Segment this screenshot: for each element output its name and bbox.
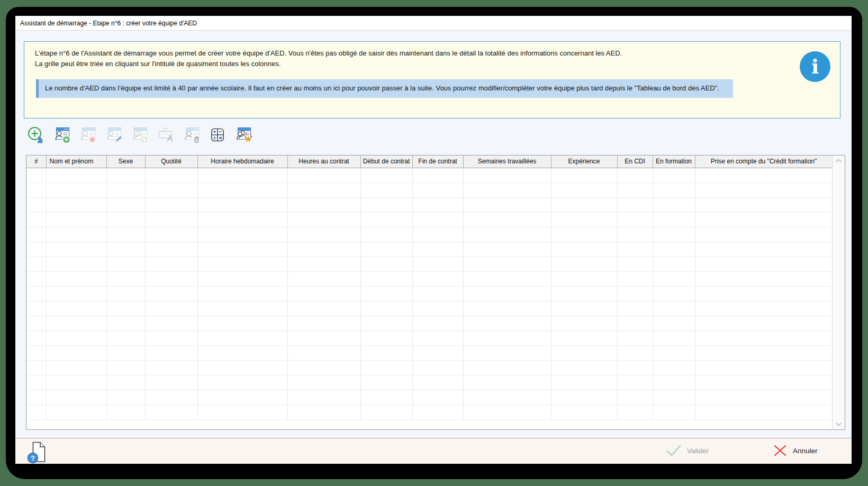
table-cell bbox=[617, 331, 653, 345]
bottom-bar: ? Valider Annuler bbox=[15, 438, 852, 464]
table-cell bbox=[197, 271, 287, 286]
table-cell bbox=[46, 197, 106, 212]
table-cell bbox=[551, 227, 617, 242]
table-cell bbox=[653, 390, 695, 405]
table-row bbox=[26, 256, 832, 271]
edit-aed-button bbox=[104, 125, 123, 144]
persons-card-plus-icon bbox=[130, 125, 149, 144]
table-cell bbox=[145, 316, 197, 331]
table-cell bbox=[360, 405, 412, 419]
table-row bbox=[26, 316, 832, 331]
table-cell bbox=[695, 256, 832, 271]
vertical-scrollbar[interactable] bbox=[832, 155, 845, 429]
table-cell bbox=[145, 168, 197, 182]
column-header[interactable]: Début de contrat bbox=[360, 155, 412, 168]
table-row bbox=[26, 197, 832, 212]
table-cell bbox=[617, 256, 653, 271]
table-cell bbox=[197, 197, 287, 212]
table-cell bbox=[412, 360, 463, 375]
column-header[interactable]: Expérience bbox=[551, 155, 617, 168]
svg-text:?: ? bbox=[31, 454, 35, 462]
column-header[interactable]: Heures au contrat bbox=[287, 155, 360, 168]
table-cell bbox=[46, 182, 106, 197]
table-cell bbox=[412, 345, 463, 360]
table-cell bbox=[46, 286, 106, 301]
table-cell bbox=[197, 405, 287, 419]
table-cell bbox=[287, 227, 360, 242]
cancel-button[interactable]: Annuler bbox=[773, 444, 818, 457]
table-row bbox=[26, 242, 832, 256]
column-header[interactable]: Semaines travaillées bbox=[463, 155, 551, 168]
table-cell bbox=[287, 360, 360, 375]
table-cell bbox=[412, 212, 463, 227]
table-cell bbox=[463, 168, 551, 182]
calculator-icon bbox=[208, 125, 227, 144]
table-cell bbox=[197, 331, 287, 345]
table-cell bbox=[360, 242, 412, 256]
table-cell bbox=[412, 286, 463, 301]
table-cell bbox=[287, 375, 360, 390]
remove-aed-button bbox=[78, 125, 97, 144]
table-cell bbox=[551, 286, 617, 301]
chevron-down-icon[interactable] bbox=[835, 422, 842, 426]
table-cell bbox=[412, 301, 463, 316]
table-cell bbox=[145, 242, 197, 256]
table-cell bbox=[26, 212, 46, 227]
table-cell bbox=[695, 301, 832, 316]
table-cell bbox=[360, 168, 412, 182]
table-cell bbox=[695, 182, 832, 197]
table-cell bbox=[617, 286, 653, 301]
column-header[interactable]: Horaire hebdomadaire bbox=[197, 155, 287, 168]
column-header[interactable]: Nom et prénom bbox=[46, 155, 106, 168]
add-aed-button[interactable] bbox=[52, 125, 71, 144]
table-cell bbox=[695, 286, 832, 301]
table-cell bbox=[463, 316, 551, 331]
table-cell bbox=[463, 360, 551, 375]
table-cell bbox=[26, 168, 46, 182]
table-cell bbox=[463, 256, 551, 271]
table-cell bbox=[463, 375, 551, 390]
column-header[interactable]: En formation bbox=[653, 155, 695, 168]
table-cell bbox=[463, 197, 551, 212]
team-wizard-button[interactable] bbox=[234, 125, 253, 144]
column-header[interactable]: Prise en compte du "Crédit formation" bbox=[695, 155, 832, 168]
table-cell bbox=[287, 316, 360, 331]
table-cell bbox=[360, 390, 412, 405]
table-cell bbox=[145, 286, 197, 301]
help-button[interactable]: ? bbox=[26, 441, 49, 463]
column-header[interactable]: Fin de contrat bbox=[412, 155, 463, 168]
validate-button: Valider bbox=[666, 444, 709, 457]
table-cell bbox=[26, 390, 46, 405]
calculator-button[interactable] bbox=[208, 125, 227, 144]
table-cell bbox=[106, 197, 145, 212]
table-cell bbox=[695, 360, 832, 375]
table-cell bbox=[26, 182, 46, 197]
table-cell bbox=[695, 212, 832, 227]
person-card-cross-icon bbox=[78, 125, 97, 144]
table-header-row: #Nom et prénomSexeQuotitéHoraire hebdoma… bbox=[26, 155, 832, 168]
table-cell bbox=[145, 227, 197, 242]
table-row bbox=[26, 375, 832, 390]
table-cell bbox=[106, 168, 145, 182]
table-cell bbox=[26, 375, 46, 390]
table-cell bbox=[695, 316, 832, 331]
table-cell bbox=[617, 168, 653, 182]
table-cell bbox=[106, 360, 145, 375]
table-cell bbox=[287, 197, 360, 212]
column-header[interactable]: # bbox=[26, 155, 46, 168]
chevron-up-icon[interactable] bbox=[835, 159, 842, 163]
column-header[interactable]: Sexe bbox=[106, 155, 145, 168]
table-cell bbox=[360, 212, 412, 227]
table-cell bbox=[360, 286, 412, 301]
column-header[interactable]: En CDI bbox=[617, 155, 653, 168]
table-cell bbox=[106, 242, 145, 256]
table-cell bbox=[412, 405, 463, 419]
table-cell bbox=[197, 212, 287, 227]
table-cell bbox=[46, 375, 106, 390]
quick-add-aed-button[interactable] bbox=[26, 125, 46, 144]
table-cell bbox=[287, 271, 360, 286]
column-header[interactable]: Quotité bbox=[145, 155, 197, 168]
table-cell bbox=[46, 301, 106, 316]
table-cell bbox=[551, 360, 617, 375]
table-cell bbox=[46, 212, 106, 227]
